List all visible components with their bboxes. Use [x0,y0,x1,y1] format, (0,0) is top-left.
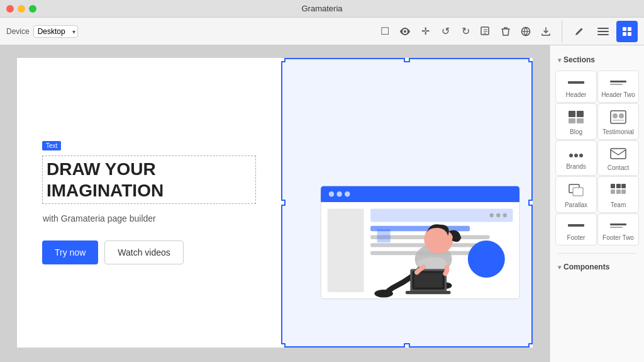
svg-rect-22 [377,229,391,242]
watch-videos-button[interactable]: Watch videos [104,240,184,264]
components-chevron: ▾ [558,264,561,271]
header-icon [567,77,586,89]
pen-tool-btn[interactable] [569,21,590,42]
sections-header: ▾ Sections [550,52,644,68]
sidebar-item-contact[interactable]: Contact [597,140,639,176]
try-now-button[interactable]: Try now [42,240,98,264]
svg-point-43 [574,154,578,157]
svg-rect-52 [616,189,621,194]
sidebar-item-header-two[interactable]: Header Two [597,71,639,103]
svg-rect-54 [568,224,584,227]
download-icon[interactable] [540,26,552,37]
toolbar-right [562,21,638,42]
sidebar-item-header[interactable]: Header [555,71,597,103]
svg-rect-12 [328,208,364,292]
svg-rect-3 [628,27,631,31]
move-icon[interactable]: ✛ [419,26,431,37]
traffic-lights [6,5,36,13]
contact-label: Contact [608,164,629,171]
sections-label: Sections [564,55,595,64]
testimonial-label: Testimonial [602,128,634,135]
checkbox-icon[interactable]: ☐ [379,26,391,37]
svg-point-9 [329,191,334,196]
svg-rect-37 [577,118,584,123]
sidebar-item-blog[interactable]: Blog [555,103,597,140]
device-select[interactable]: Desktop Tablet Mobile [33,25,78,38]
contact-icon [610,147,626,162]
eye-icon[interactable] [399,26,411,37]
page-canvas: Text DRAW YOUR IMAGINATION with Gramater… [17,58,533,348]
svg-rect-48 [611,184,615,188]
toolbar-icons: ☐ ✛ ↺ ↻ [379,26,552,37]
svg-rect-30 [406,291,451,294]
svg-point-42 [569,154,573,157]
sidebar-item-team[interactable]: Team [597,176,639,213]
svg-point-20 [496,213,500,217]
blog-label: Blog [570,128,582,135]
device-select-wrap[interactable]: Desktop Tablet Mobile [33,25,78,38]
svg-rect-41 [613,120,624,121]
header-label: Header [566,91,587,98]
app-title: Gramateria [301,4,342,13]
svg-rect-49 [616,184,621,188]
svg-rect-34 [569,111,575,117]
canvas-area[interactable]: Text DRAW YOUR IMAGINATION with Gramater… [0,45,550,362]
menu-btn[interactable] [592,21,614,42]
globe-icon[interactable] [520,26,531,37]
trash-icon[interactable] [500,26,511,37]
sidebar-item-brands[interactable]: Brands [555,140,597,176]
brands-icon [568,149,584,161]
hero-buttons: Try now Watch videos [42,240,256,264]
illustration-svg [281,58,533,348]
svg-point-11 [345,191,350,196]
footer-label: Footer [567,234,586,241]
svg-rect-2 [623,27,626,31]
device-label: Device [6,27,30,36]
right-sidebar: ▾ Sections Header [550,45,644,362]
sidebar-divider [558,253,636,254]
svg-rect-5 [628,32,631,36]
sidebar-item-parallax[interactable]: Parallax [555,176,597,213]
svg-rect-31 [568,81,584,84]
svg-rect-50 [621,184,626,188]
redo-icon[interactable]: ↻ [460,26,471,37]
hero-title: DRAW YOUR IMAGINATION [42,156,256,204]
undo-icon[interactable]: ↺ [440,26,451,37]
components-label: Components [564,263,609,271]
sidebar-item-testimonial[interactable]: Testimonial [597,103,639,140]
svg-point-39 [613,113,618,118]
hero-subtitle: with Gramateria page builder [42,212,256,225]
main-layout: Text DRAW YOUR IMAGINATION with Gramater… [0,45,644,362]
left-panel: Text DRAW YOUR IMAGINATION with Gramater… [17,58,281,348]
blog-icon [568,110,584,126]
svg-rect-45 [611,149,626,159]
svg-point-18 [468,240,505,278]
sidebar-item-footer-two[interactable]: Footer Two [597,213,639,246]
edit-icon[interactable] [480,26,491,37]
footer-two-icon [609,220,628,232]
svg-rect-4 [623,32,626,36]
svg-rect-53 [621,189,626,194]
close-button[interactable] [6,5,14,13]
svg-rect-56 [610,227,623,228]
sidebar-item-footer[interactable]: Footer [555,213,597,246]
svg-rect-35 [577,111,584,117]
device-section: Device Desktop Tablet Mobile [6,25,78,38]
svg-point-10 [336,191,341,196]
footer-two-label: Footer Two [602,234,634,241]
brands-label: Brands [566,163,586,170]
title-bar: Gramateria [0,0,644,18]
svg-rect-55 [610,223,626,225]
svg-rect-8 [321,194,519,202]
components-header: ▾ Components [550,259,644,275]
footer-icon [567,220,586,232]
header-two-label: Header Two [601,91,635,98]
sections-chevron: ▾ [558,57,561,64]
minimize-button[interactable] [18,5,25,13]
grid-btn[interactable] [616,21,638,42]
svg-rect-16 [370,243,476,247]
fullscreen-button[interactable] [29,5,36,13]
team-label: Team [611,201,626,208]
svg-rect-51 [611,189,615,194]
svg-point-44 [579,154,583,157]
